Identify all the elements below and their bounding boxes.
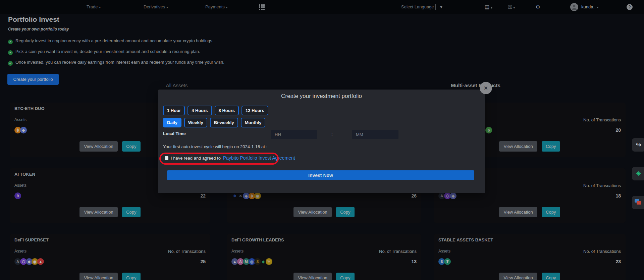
modal-title: Create your investment portfolio xyxy=(158,93,485,100)
chevron-down-icon: ▾ xyxy=(597,6,599,9)
username[interactable]: kunda..▾ xyxy=(581,0,598,14)
close-icon[interactable]: ✕ xyxy=(480,82,492,94)
invest-now-button[interactable]: Invest Now xyxy=(167,170,474,180)
chevron-down-icon: ▾ xyxy=(226,6,228,9)
cycle-start-note: Your first auto-invest cycle will begin … xyxy=(163,144,267,149)
help-icon[interactable]: ? xyxy=(627,4,633,10)
gear-icon[interactable]: ⚙ xyxy=(536,0,540,14)
bag-icon[interactable]: ⚿▾ xyxy=(508,0,515,15)
option-12-hours[interactable]: 12 Hours xyxy=(241,106,268,115)
top-navbar: Trade▾ Derivatives▾ Payments▾ Select Lan… xyxy=(0,0,644,14)
person-icon xyxy=(571,4,577,10)
chat-widget-icon[interactable] xyxy=(632,196,644,209)
divider xyxy=(435,4,436,10)
nav-trade[interactable]: Trade▾ xyxy=(87,0,101,14)
option-daily[interactable]: Daily xyxy=(163,118,181,127)
chevron-down-icon: ▾ xyxy=(99,6,101,9)
option-weekly[interactable]: Weekly xyxy=(184,118,207,127)
hour-input[interactable] xyxy=(271,130,317,139)
chevron-down-icon: ▾ xyxy=(166,6,168,9)
nav-derivatives[interactable]: Derivatives▾ xyxy=(144,0,168,14)
news-icon[interactable]: ▤▾ xyxy=(485,0,492,15)
option-1-hour[interactable]: 1 Hour xyxy=(163,106,185,115)
avatar[interactable] xyxy=(570,3,578,11)
hour-options: 1 Hour 4 Hours 8 Hours 12 Hours xyxy=(163,106,268,115)
time-colon: : xyxy=(331,132,333,137)
share-icon[interactable]: ↪ xyxy=(632,138,644,152)
local-time-label: Local Time xyxy=(163,131,186,136)
language-caret-icon[interactable]: ▼ xyxy=(439,0,443,14)
language-selector[interactable]: Select Language xyxy=(401,0,434,14)
apps-grid-icon[interactable] xyxy=(259,4,265,10)
option-4-hours[interactable]: 4 Hours xyxy=(187,106,212,115)
minute-input[interactable] xyxy=(352,130,398,139)
option-monthly[interactable]: Monthly xyxy=(241,118,266,127)
option-biweekly[interactable]: Bi-weekly xyxy=(210,118,238,127)
frequency-options: Daily Weekly Bi-weekly Monthly xyxy=(163,118,265,127)
option-8-hours[interactable]: 8 Hours xyxy=(215,106,239,115)
nav-payments[interactable]: Payments▾ xyxy=(205,0,227,14)
assistant-extension-icon[interactable]: ✳ xyxy=(632,167,644,180)
create-investment-portfolio-modal: ✕ Create your investment portfolio 1 Hou… xyxy=(158,90,485,193)
red-highlight-annotation xyxy=(159,153,279,165)
